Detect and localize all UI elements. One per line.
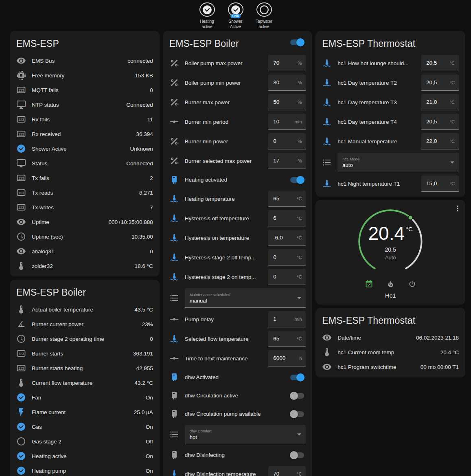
number-unit: °C [450,100,455,105]
number-input[interactable]: 17% [268,153,306,169]
number-input[interactable]: 20,5°C [421,114,459,130]
entity-name: dhw Activated [185,374,285,380]
entity-name: Uptime [32,219,100,225]
number-input[interactable]: 70% [268,55,306,71]
entity-row[interactable]: Shower ActiveUnknown [10,141,160,156]
entity-row[interactable]: Uptime (sec)10:35:00 [10,229,160,244]
toggle-switch[interactable] [290,452,304,458]
number-input[interactable]: 22,0°C [421,133,459,149]
entity-name: Tx reads [32,190,131,196]
number-input[interactable]: 0°C [268,269,306,285]
card-thermostat-info: EMS-ESP Thermostat Date/time06.02.2023 2… [315,308,465,377]
number-input[interactable]: 70°C [268,466,306,476]
entity-row[interactable]: EMS Busconnected [10,53,160,68]
entity-row[interactable]: hc1 Program switchtime00 mo 00:00 T1 [315,360,465,374]
entity-row[interactable]: Uptime000+10:35:00.888 [10,215,160,229]
number-value: 6 [273,215,276,221]
percent-icon [169,156,179,166]
entity-row[interactable]: zolder3218.6 °C [10,259,160,273]
entity-value: 36,394 [136,131,153,137]
number-input[interactable]: 21,0°C [421,94,459,110]
toggle-thumb [290,392,298,400]
entity-row[interactable]: 123Burner starts heating42,955 [10,361,160,375]
number-input[interactable]: 30% [268,75,306,91]
toggle-switch[interactable] [290,177,304,183]
badge-tapwater-active[interactable]: Tapwateractive [252,2,276,29]
entity-name: hc1 Day temperature T3 [337,99,416,105]
thermostat-dial[interactable]: 20.4 °C 20.5 Auto [354,205,427,278]
badge-shower-active[interactable]: LINKShowerActive [224,2,248,29]
badge-heating-active[interactable]: Heatingactive [195,2,219,29]
entity-name: Hysteresis stage 2 on temp... [185,274,263,280]
entity-row[interactable]: hc1 Current room temp20.4 °C [315,345,465,360]
number-input[interactable]: 20,5°C [421,55,459,71]
entity-row[interactable]: Date/time06.02.2023 21:18 [315,330,465,345]
entity-name: analog31 [32,248,142,254]
entity-row[interactable]: 123Tx writes7 [10,200,160,215]
entity-row[interactable]: Flame current25.0 µA [10,405,160,419]
number-input[interactable]: 65°C [268,191,306,207]
entity-row[interactable]: Gas stage 2Off [10,434,160,449]
memory-icon [16,70,26,80]
boiler-icon [169,391,179,401]
entity-row[interactable]: NTP statusConnected [10,97,160,112]
number-input[interactable]: 50% [268,94,306,110]
number-value: -6,0 [273,235,283,241]
entity-value: 10:35:00 [131,234,153,240]
number-value: 0 [273,254,276,260]
entity-value: 18.6 °C [134,263,153,269]
chevron-down-icon [297,297,301,299]
number-row: Hysteresis stage 2 on temp...0°C [163,267,313,287]
entity-row[interactable]: Current flow temperature43.2 °C [10,375,160,390]
entity-row[interactable]: 123Tx fails2 [10,171,160,185]
select-input[interactable]: Maintenance scheduledmanual [185,288,306,308]
entity-name: Current flow temperature [32,380,126,386]
card-toggle-switch[interactable] [290,39,304,45]
entity-row[interactable]: Actual boiler temperature43.5 °C [10,302,160,317]
entity-row[interactable]: Heating activeOn [10,449,160,463]
number-input[interactable]: -6,0°C [268,230,306,246]
number-input[interactable]: 6000h [268,350,306,366]
number-input[interactable]: 1min [268,311,306,327]
entity-row[interactable]: 123Tx reads8,271 [10,185,160,200]
power-icon[interactable] [408,280,416,288]
svg-text:123: 123 [18,352,24,356]
current-temperature: 20.4 °C [368,224,412,243]
entity-row[interactable]: 123Rx fails11 [10,112,160,127]
toggle-switch[interactable] [290,411,304,417]
entity-row[interactable]: 123Burner starts363,191 [10,346,160,361]
entity-name: Tx fails [32,175,142,181]
number-input[interactable]: 6°C [268,210,306,226]
toggle-switch[interactable] [290,393,304,399]
fire-icon[interactable] [386,280,395,288]
entity-row[interactable]: 123MQTT fails0 [10,83,160,97]
number-unit: min [295,119,302,124]
select-input[interactable]: hc1 Modeauto [337,153,459,172]
number-input[interactable]: 0% [268,133,306,149]
number-unit: °C [450,80,455,85]
entity-row[interactable]: StatusConnected [10,156,160,171]
number-input[interactable]: 65°C [268,331,306,347]
dots-vertical-icon[interactable] [453,204,462,213]
counter-icon: 123 [16,349,26,358]
entity-row[interactable]: Free memory153 KB [10,68,160,83]
toggle-switch[interactable] [290,375,304,380]
calendar-check-icon[interactable] [365,280,373,288]
card-title: EMS-ESP [10,31,160,53]
select-input[interactable]: dhw Comforthot [185,425,306,444]
number-input[interactable]: 20,5°C [421,75,459,91]
number-input[interactable]: 10min [268,114,306,130]
entity-row[interactable]: Burner stage 2 operating time0 [10,331,160,346]
number-input[interactable]: 15,0°C [421,175,459,192]
entity-row[interactable]: Heating pumpOn [10,463,160,476]
number-row: Selected flow temperature65°C [163,329,313,349]
entity-row[interactable]: GasOn [10,419,160,434]
entity-row[interactable]: Burner current power23% [10,317,160,331]
toggle-thumb [296,38,305,46]
entity-row[interactable]: analog310 [10,244,160,259]
number-row: Boiler pump max power70% [163,53,313,73]
entity-row[interactable]: FanOn [10,390,160,405]
entity-row[interactable]: 123Rx received36,394 [10,127,160,141]
number-unit: °C [297,235,302,240]
number-input[interactable]: 0°C [268,249,306,265]
